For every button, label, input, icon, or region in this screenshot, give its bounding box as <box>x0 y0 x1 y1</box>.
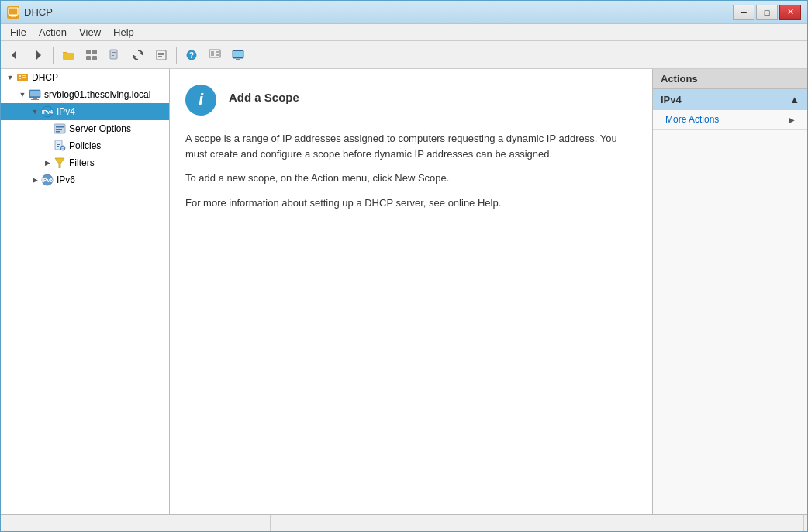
menu-action[interactable]: Action <box>33 25 73 40</box>
svg-rect-1 <box>11 16 16 17</box>
tree-item-ipv4[interactable]: ▼ IPv4 IPv4 <box>1 103 169 120</box>
status-segment-3 <box>537 515 804 531</box>
menu-bar: File Action View Help <box>1 24 807 41</box>
svg-rect-8 <box>86 56 91 60</box>
action-group-ipv4-arrow: ▲ <box>789 94 799 105</box>
tree-item-server[interactable]: ▼ srvblog01.thesolving.local <box>1 86 169 103</box>
svg-rect-38 <box>31 99 39 100</box>
monitor-button[interactable] <box>227 44 249 66</box>
svg-rect-44 <box>56 131 60 133</box>
tree-label-dhcp: DHCP <box>32 72 58 83</box>
tree-label-server: srvblog01.thesolving.local <box>44 89 150 100</box>
toolbar: ? <box>1 41 807 69</box>
expand-ipv6[interactable]: ▶ <box>29 174 41 186</box>
svg-rect-46 <box>57 143 60 143</box>
status-segment-2 <box>271 515 537 531</box>
folder-button[interactable] <box>57 44 79 66</box>
svg-rect-36 <box>30 91 40 96</box>
content-area: i Add a Scope A scope is a range of IP a… <box>170 69 652 514</box>
refresh-button[interactable] <box>127 44 149 66</box>
grid-button[interactable] <box>81 44 102 66</box>
main-window: DHCP ─ □ ✕ File Action View Help <box>0 0 808 532</box>
svg-rect-0 <box>9 8 18 15</box>
svg-rect-9 <box>92 56 97 60</box>
content-paragraph-2: To add a new scope, on the Action menu, … <box>185 171 637 186</box>
ipv6-icon: IPv6 <box>41 174 54 186</box>
svg-rect-29 <box>234 60 242 60</box>
restore-button[interactable]: □ <box>756 5 778 20</box>
policies-icon: P <box>54 140 66 152</box>
actions-header: Actions <box>653 69 807 89</box>
window-controls: ─ □ ✕ <box>733 5 801 20</box>
svg-rect-42 <box>56 126 64 128</box>
svg-rect-13 <box>112 55 114 56</box>
action-group-ipv4: IPv4 ▲ More Actions ▶ <box>653 89 807 130</box>
layout-button[interactable] <box>204 44 226 66</box>
svg-rect-19 <box>158 56 162 57</box>
expand-server[interactable]: ▼ <box>16 88 29 101</box>
toolbar-sep-2 <box>176 47 177 64</box>
title-bar-left: DHCP <box>7 6 53 19</box>
tree-item-dhcp[interactable]: ▼ DHCP <box>1 69 169 86</box>
svg-rect-48 <box>57 146 59 147</box>
svg-rect-11 <box>112 52 116 53</box>
expand-filters[interactable]: ▶ <box>41 157 54 169</box>
server-icon <box>29 88 41 101</box>
toolbar-sep-1 <box>53 47 54 64</box>
info-icon: i <box>185 85 216 116</box>
expand-dhcp[interactable]: ▼ <box>4 71 16 84</box>
svg-rect-27 <box>233 51 243 57</box>
main-area: ▼ DHCP ▼ <box>1 69 807 514</box>
svg-text:?: ? <box>189 51 194 60</box>
close-button[interactable]: ✕ <box>779 5 801 20</box>
tree-item-server-options[interactable]: ▶ Server Options <box>1 120 169 137</box>
actions-panel: Actions IPv4 ▲ More Actions ▶ <box>652 69 807 514</box>
window-title: DHCP <box>24 6 53 18</box>
svg-rect-43 <box>56 129 62 130</box>
more-actions-label: More Actions <box>665 114 719 125</box>
svg-text:IPv4: IPv4 <box>42 109 54 115</box>
svg-rect-23 <box>211 51 214 56</box>
status-segment-1 <box>4 515 271 531</box>
title-bar: DHCP ─ □ ✕ <box>1 1 807 24</box>
minimize-button[interactable]: ─ <box>733 5 754 20</box>
content-text: A scope is a range of IP addresses assig… <box>185 131 637 210</box>
expand-ipv4[interactable]: ▼ <box>29 105 41 118</box>
svg-rect-33 <box>22 75 26 76</box>
properties-button[interactable] <box>104 44 126 66</box>
svg-marker-51 <box>55 158 64 168</box>
svg-rect-5 <box>63 53 74 60</box>
add-scope-title: Add a Scope <box>229 91 299 116</box>
menu-help[interactable]: Help <box>107 25 140 40</box>
tree-item-policies[interactable]: ▶ P Policies <box>1 137 169 154</box>
svg-rect-6 <box>86 50 91 54</box>
back-button[interactable] <box>4 44 26 66</box>
tree-label-policies: Policies <box>69 140 101 151</box>
svg-rect-7 <box>92 50 97 54</box>
more-actions-item[interactable]: More Actions ▶ <box>653 110 807 129</box>
export-button[interactable] <box>150 44 172 66</box>
status-bar <box>1 514 807 531</box>
tree-label-server-options: Server Options <box>69 123 131 134</box>
tree-label-filters: Filters <box>69 157 95 168</box>
svg-rect-18 <box>158 54 164 55</box>
svg-rect-25 <box>216 54 219 56</box>
sidebar-tree: ▼ DHCP ▼ <box>1 69 170 514</box>
svg-marker-4 <box>36 50 41 60</box>
svg-marker-3 <box>12 50 16 60</box>
more-actions-arrow: ▶ <box>789 116 795 124</box>
svg-rect-12 <box>112 54 116 54</box>
tree-item-ipv6[interactable]: ▶ IPv6 IPv6 <box>1 171 169 188</box>
menu-view[interactable]: View <box>73 25 107 40</box>
svg-rect-24 <box>216 51 219 53</box>
svg-rect-47 <box>57 144 60 145</box>
app-icon <box>7 6 19 19</box>
svg-rect-2 <box>9 15 17 16</box>
server-options-icon <box>54 123 66 135</box>
menu-file[interactable]: File <box>4 25 33 40</box>
dhcp-icon <box>16 71 29 84</box>
help-button[interactable]: ? <box>181 44 202 66</box>
tree-item-filters[interactable]: ▶ Filters <box>1 154 169 171</box>
forward-button[interactable] <box>27 44 49 66</box>
action-group-ipv4-title[interactable]: IPv4 ▲ <box>653 89 807 110</box>
